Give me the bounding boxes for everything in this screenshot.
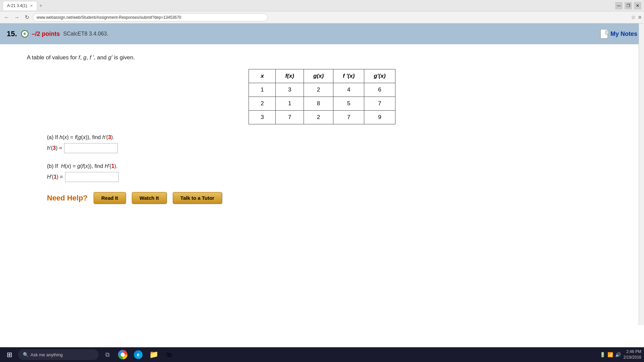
table-cell-r2-c4: 9 bbox=[364, 111, 395, 124]
question-intro: A table of values for f, g, f ', and g' … bbox=[27, 54, 617, 61]
table-cell-r0-c0: 1 bbox=[249, 83, 276, 97]
part-a-answer-row: h′(3) = bbox=[47, 143, 617, 153]
table-cell-r2-c2: 2 bbox=[304, 111, 333, 124]
need-help-label: Need Help? bbox=[47, 194, 88, 202]
address-bar: ← → ↻ ☆ ≡ bbox=[0, 11, 644, 23]
table-cell-r1-c1: 1 bbox=[276, 97, 304, 111]
browser-chrome: A-21 3.4(1) ✕ + — ❐ ✕ ← → ↻ ☆ ≡ bbox=[0, 0, 644, 23]
table-row: 37279 bbox=[249, 111, 395, 124]
table-cell-r0-c3: 4 bbox=[333, 83, 364, 97]
tab-close-icon[interactable]: ✕ bbox=[30, 4, 33, 8]
watch-it-button[interactable]: Watch It bbox=[132, 192, 167, 204]
talk-to-tutor-button[interactable]: Talk to a Tutor bbox=[173, 192, 222, 204]
table-cell-r0-c2: 2 bbox=[304, 83, 333, 97]
tab-title: A-21 3.4(1) bbox=[7, 3, 27, 8]
new-tab-icon[interactable]: + bbox=[39, 3, 42, 9]
table-header-row: x f(x) g(x) f '(x) g'(x) bbox=[249, 69, 395, 83]
question-number: 15. bbox=[7, 29, 17, 38]
window-controls: — ❐ ✕ bbox=[615, 2, 641, 9]
page-content: 15. + –/2 points SCalcET8 3.4.063. My No… bbox=[0, 23, 644, 325]
refresh-button[interactable]: ↻ bbox=[23, 13, 31, 21]
close-button[interactable]: ✕ bbox=[634, 2, 641, 9]
table-cell-r1-c0: 2 bbox=[249, 97, 276, 111]
part-b-label: H′(1) = bbox=[47, 174, 63, 180]
address-bar-icons: ☆ ≡ bbox=[631, 14, 641, 20]
question-header: 15. + –/2 points SCalcET8 3.4.063. My No… bbox=[0, 23, 644, 44]
table-cell-r1-c3: 5 bbox=[333, 97, 364, 111]
table-cell-r0-c4: 6 bbox=[364, 83, 395, 97]
notes-icon bbox=[600, 29, 608, 39]
part-b-input[interactable] bbox=[65, 172, 119, 182]
points-text: –/2 points bbox=[32, 31, 60, 38]
title-bar: A-21 3.4(1) ✕ + — ❐ ✕ bbox=[0, 0, 644, 11]
table-cell-r2-c1: 7 bbox=[276, 111, 304, 124]
need-help-section: Need Help? Read It Watch It Talk to a Tu… bbox=[47, 192, 617, 204]
browser-tab[interactable]: A-21 3.4(1) ✕ bbox=[3, 1, 37, 10]
table-cell-r1-c2: 8 bbox=[304, 97, 333, 111]
question-body: A table of values for f, g, f ', and g' … bbox=[0, 44, 644, 214]
col-header-fx: f(x) bbox=[276, 69, 304, 83]
part-b-question: (b) If H(x) = g(f(x)), find H′(1). bbox=[47, 163, 617, 169]
read-it-button[interactable]: Read It bbox=[94, 192, 126, 204]
col-header-fpx: f '(x) bbox=[333, 69, 364, 83]
restore-button[interactable]: ❐ bbox=[625, 2, 632, 9]
part-b: (b) If H(x) = g(f(x)), find H′(1). H′(1)… bbox=[47, 163, 617, 182]
minimize-button[interactable]: — bbox=[615, 2, 623, 9]
table-cell-r0-c1: 3 bbox=[276, 83, 304, 97]
star-icon[interactable]: ☆ bbox=[631, 14, 636, 20]
part-a-label: h′(3) = bbox=[47, 145, 62, 151]
table-cell-r1-c4: 7 bbox=[364, 97, 395, 111]
values-table: x f(x) g(x) f '(x) g'(x) 132462185737279 bbox=[249, 69, 395, 124]
expand-icon[interactable]: + bbox=[21, 30, 29, 38]
col-header-gx: g(x) bbox=[304, 69, 333, 83]
my-notes-button[interactable]: My Notes bbox=[600, 29, 637, 39]
table-cell-r2-c0: 3 bbox=[249, 111, 276, 124]
part-a: (a) If h(x) = f(g(x)), find h′(3). h′(3)… bbox=[47, 134, 617, 153]
table-row: 21857 bbox=[249, 97, 395, 111]
my-notes-label: My Notes bbox=[610, 31, 637, 38]
table-cell-r2-c3: 7 bbox=[333, 111, 364, 124]
col-header-x: x bbox=[249, 69, 276, 83]
part-a-question: (a) If h(x) = f(g(x)), find h′(3). bbox=[47, 134, 617, 140]
address-input[interactable] bbox=[33, 13, 268, 21]
menu-icon[interactable]: ≡ bbox=[638, 14, 641, 20]
table-row: 13246 bbox=[249, 83, 395, 97]
back-button[interactable]: ← bbox=[3, 13, 11, 21]
part-a-input[interactable] bbox=[64, 143, 118, 153]
forward-button[interactable]: → bbox=[13, 13, 21, 21]
scrollbar[interactable] bbox=[639, 23, 644, 325]
problem-id: SCalcET8 3.4.063. bbox=[63, 31, 108, 37]
col-header-gpx: g'(x) bbox=[364, 69, 395, 83]
part-b-answer-row: H′(1) = bbox=[47, 172, 617, 182]
